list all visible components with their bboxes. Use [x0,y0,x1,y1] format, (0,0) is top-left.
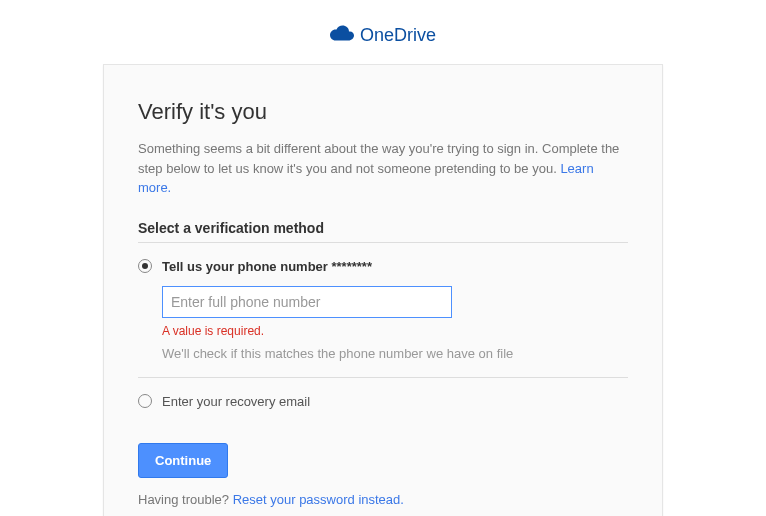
phone-hint: We'll check if this matches the phone nu… [162,346,628,361]
cloud-icon [330,24,354,46]
page-title: Verify it's you [138,99,628,125]
option-email: Enter your recovery email [138,378,628,425]
radio-phone[interactable] [138,259,152,273]
subtitle-text: Something seems a bit different about th… [138,141,619,176]
method-heading: Select a verification method [138,220,628,242]
phone-field-wrap: A value is required. We'll check if this… [162,286,628,361]
continue-button[interactable]: Continue [138,443,228,478]
phone-input[interactable] [162,286,452,318]
verify-card: Verify it's you Something seems a bit di… [103,64,663,516]
option-phone-label: Tell us your phone number ******** [162,259,372,274]
logo-bar: OneDrive [0,0,766,64]
option-phone: Tell us your phone number ******** A val… [138,243,628,377]
option-phone-row[interactable]: Tell us your phone number ******** [138,259,628,274]
brand-name: OneDrive [360,25,436,46]
radio-email[interactable] [138,394,152,408]
reset-password-link[interactable]: Reset your password instead. [233,492,404,507]
subtitle: Something seems a bit different about th… [138,139,628,198]
trouble-text: Having trouble? [138,492,233,507]
trouble-row: Having trouble? Reset your password inst… [138,492,628,507]
phone-error: A value is required. [162,324,628,338]
brand-logo: OneDrive [330,24,436,46]
option-email-row[interactable]: Enter your recovery email [138,394,628,409]
option-email-label: Enter your recovery email [162,394,310,409]
